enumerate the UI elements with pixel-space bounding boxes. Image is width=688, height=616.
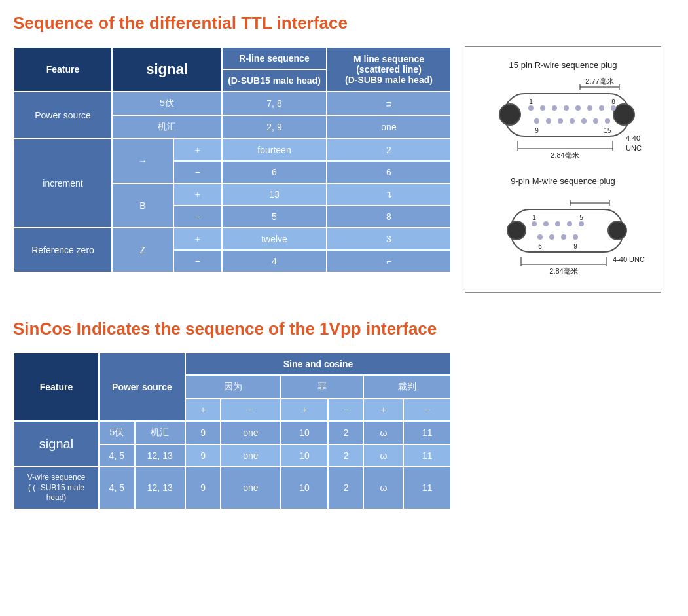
z-minus-r: 4	[222, 250, 327, 272]
svg-point-44	[549, 234, 554, 240]
v2-s6: 11	[403, 467, 451, 509]
sine-label-1: 因为	[185, 375, 281, 399]
b-plus-m: ↴	[327, 183, 451, 206]
svg-point-41	[567, 221, 572, 226]
svg-point-7	[528, 105, 534, 111]
svg-point-9	[552, 105, 557, 111]
vwire-s5: ω	[363, 444, 403, 467]
col-rline-sub: (D-SUB15 male head)	[222, 69, 327, 92]
minus-label-b: −	[173, 206, 222, 228]
b-plus-r: 13	[222, 183, 327, 206]
svg-text:2.84毫米: 2.84毫米	[549, 267, 577, 275]
svg-text:2.77毫米: 2.77毫米	[585, 77, 613, 85]
svg-point-43	[537, 234, 543, 240]
svg-point-21	[605, 118, 610, 124]
top-section: Feature signal R-line sequence M line se…	[13, 46, 675, 293]
svg-text:4-40: 4-40	[626, 134, 640, 142]
a-label: →	[112, 139, 173, 183]
vwire-feature-label: V-wire sequence	[27, 473, 86, 482]
v2-pow-1: 4, 5	[99, 467, 135, 509]
vwire-s3: 10	[281, 444, 328, 467]
v2-s4: 2	[328, 467, 363, 509]
svg-point-16	[546, 118, 551, 124]
svg-point-36	[507, 221, 526, 240]
svg-point-18	[570, 118, 575, 124]
plus-s2: +	[281, 399, 328, 421]
pow-m: 机汇	[135, 421, 185, 444]
v-s6: 11	[403, 421, 451, 444]
z-plus-r: twelve	[222, 228, 327, 250]
svg-point-14	[611, 105, 616, 111]
minus-label-z: −	[173, 250, 222, 272]
svg-point-5	[499, 104, 520, 125]
v-s3: 10	[281, 421, 328, 444]
b-minus-m: 8	[327, 206, 451, 228]
minus-s3: −	[403, 399, 451, 421]
connector-9-svg: 1 5 6 9 2.84毫米 4-40 UNC	[479, 191, 649, 276]
sine-label-3: 裁判	[363, 375, 451, 399]
pow-5v: 5伏	[99, 421, 135, 444]
v-s4: 2	[328, 421, 363, 444]
v2-pow-2: 12, 13	[135, 467, 185, 509]
vwire-paren: (	[28, 483, 31, 492]
connector-15-title: 15 pin R-wire sequence plug	[479, 60, 647, 70]
svg-rect-35	[511, 209, 623, 252]
v2-s3: 10	[281, 467, 328, 509]
svg-point-45	[561, 234, 566, 240]
vwire-pow-1: 4, 5	[99, 444, 135, 467]
v-s5: ω	[363, 421, 403, 444]
feature-refzero: Reference zero	[14, 228, 112, 272]
svg-point-11	[575, 105, 581, 111]
z-plus-m: 3	[327, 228, 451, 250]
b-label: B	[112, 183, 173, 228]
svg-text:UNC: UNC	[626, 144, 642, 152]
svg-text:1: 1	[529, 98, 533, 105]
col-rline-title: R-line sequence	[222, 47, 327, 69]
svg-point-20	[593, 118, 598, 124]
page-title-1: Sequence of the differential TTL interfa…	[13, 13, 675, 33]
minus-s1: −	[221, 399, 280, 421]
svg-text:9: 9	[535, 127, 539, 134]
vwire-sub: ( -SUB15 male head)	[33, 483, 84, 503]
svg-text:6: 6	[538, 243, 542, 250]
v2-s1: 9	[185, 467, 221, 509]
connector-9pin: 9-pin M-wire sequence plug	[479, 176, 647, 279]
signal-label: signal	[14, 421, 99, 467]
vwire-pow-2: 12, 13	[135, 444, 185, 467]
svg-point-37	[608, 221, 626, 240]
plus-label-b: +	[173, 183, 222, 206]
plus-label-z: +	[173, 228, 222, 250]
svg-point-12	[587, 105, 592, 111]
svg-text:15: 15	[604, 127, 611, 134]
feature-increment: increment	[14, 139, 112, 228]
ttl-table: Feature signal R-line sequence M line se…	[13, 46, 452, 273]
a-minus-m: 6	[327, 161, 451, 183]
r-2-9: 2, 9	[222, 115, 327, 139]
mline-sub-label: (D-SUB9 male head)	[345, 75, 433, 85]
col-mline: M line sequence (scattered line) (D-SUB9…	[327, 47, 451, 92]
svg-text:9: 9	[573, 243, 577, 250]
sincos-table: Feature Power source Sine and cosine 因为 …	[13, 352, 452, 510]
svg-text:8: 8	[611, 98, 615, 105]
a-plus-r: fourteen	[222, 139, 327, 161]
col2-sine: Sine and cosine	[185, 353, 451, 375]
minus-label-a: −	[173, 161, 222, 183]
b-minus-r: 5	[222, 206, 327, 228]
svg-text:5: 5	[579, 214, 583, 221]
v-s1: 9	[185, 421, 221, 444]
svg-point-39	[543, 221, 549, 226]
m-bot: one	[327, 115, 451, 139]
feature-power: Power source	[14, 92, 112, 139]
vwire-feature: V-wire sequence ( ( -SUB15 male head)	[14, 467, 99, 509]
r-7-8: 7, 8	[222, 92, 327, 115]
svg-point-17	[558, 118, 563, 124]
connector-9-title: 9-pin M-wire sequence plug	[479, 176, 647, 186]
connector-15pin: 15 pin R-wire sequence plug 2.77毫米	[479, 60, 647, 163]
plus-label-a: +	[173, 139, 222, 161]
v-s2: one	[221, 421, 280, 444]
svg-text:4-40 UNC: 4-40 UNC	[613, 255, 645, 263]
connector-diagrams: 15 pin R-wire sequence plug 2.77毫米	[465, 46, 661, 293]
sine-label-2: 罪	[281, 375, 364, 399]
svg-point-15	[534, 118, 539, 124]
svg-point-40	[555, 221, 560, 226]
